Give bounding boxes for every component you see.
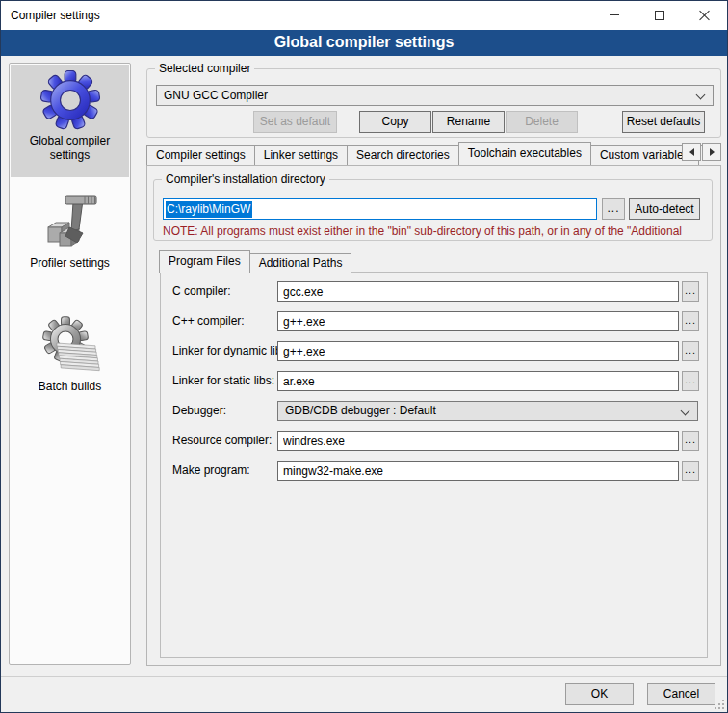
selected-compiler-group-label: Selected compiler [155, 62, 254, 76]
delete-button[interactable]: Delete [506, 111, 578, 133]
field-row-resource-compiler: Resource compiler: ... [161, 431, 707, 451]
sidebar-item-profiler-settings[interactable]: Profiler settings [11, 187, 129, 283]
settings-tab-bar: Compiler settings Linker settings Search… [146, 142, 721, 165]
bin-subdirectory-note: NOTE: All programs must exist either in … [163, 224, 709, 238]
installation-directory-selected-text: C:\raylib\MinGW [166, 201, 252, 218]
installation-directory-input[interactable]: C:\raylib\MinGW [163, 198, 597, 220]
tab-linker-settings[interactable]: Linker settings [255, 145, 348, 165]
sidebar-item-global-compiler-settings[interactable]: Global compiler settings [11, 65, 129, 177]
resource-compiler-label: Resource compiler: [172, 431, 272, 451]
sidebar-item-label: Global compiler settings [11, 132, 129, 169]
caliper-icon [40, 193, 100, 252]
chevron-down-icon [681, 407, 690, 416]
dynamic-linker-label: Linker for dynamic libs: [172, 341, 291, 361]
tab-scroll-right-button[interactable] [702, 143, 721, 161]
compiler-select-value: GNU GCC Compiler [164, 86, 689, 105]
compiler-select[interactable]: GNU GCC Compiler [156, 85, 714, 106]
sidebar-item-label: Batch builds [11, 378, 129, 400]
footer-divider [1, 676, 727, 677]
arrow-left-icon [689, 148, 694, 156]
field-row-debugger: Debugger: GDB/CDB debugger : Default [161, 401, 707, 421]
gear-blue-icon [40, 70, 100, 130]
arrow-right-icon [710, 148, 715, 156]
field-row-dynamic-linker: Linker for dynamic libs: ... [161, 341, 707, 361]
tab-toolchain-executables[interactable]: Toolchain executables [458, 142, 591, 165]
static-linker-input[interactable] [277, 371, 679, 391]
gear-stack-icon [40, 316, 100, 376]
title-bar[interactable]: Compiler settings [1, 1, 727, 30]
make-program-label: Make program: [172, 461, 250, 481]
program-files-panel: C compiler: ... C++ compiler: ... Linker… [160, 272, 708, 658]
ok-button[interactable]: OK [565, 683, 634, 705]
resource-compiler-browse-button[interactable]: ... [682, 431, 699, 451]
debugger-select[interactable]: GDB/CDB debugger : Default [277, 401, 698, 421]
maximize-button[interactable] [637, 1, 682, 29]
field-row-static-linker: Linker for static libs: ... [161, 371, 707, 391]
reset-defaults-button[interactable]: Reset defaults [622, 111, 705, 133]
debugger-label: Debugger: [172, 401, 226, 421]
dynamic-linker-input[interactable] [277, 341, 679, 361]
cancel-button[interactable]: Cancel [647, 683, 715, 705]
cpp-compiler-input[interactable] [277, 311, 679, 331]
close-button[interactable] [682, 1, 727, 29]
tab-search-directories[interactable]: Search directories [348, 145, 459, 165]
subtab-program-files[interactable]: Program Files [159, 250, 250, 273]
installation-directory-browse-button[interactable]: ... [602, 198, 625, 220]
subtab-additional-paths[interactable]: Additional Paths [250, 253, 352, 273]
tab-scroll-left-button[interactable] [682, 143, 701, 161]
static-linker-browse-button[interactable]: ... [682, 371, 699, 391]
sidebar-item-label: Profiler settings [11, 254, 129, 277]
sidebar-item-batch-builds[interactable]: Batch builds [11, 310, 129, 407]
window-title: Compiler settings [11, 1, 100, 30]
page-title: Global compiler settings [1, 30, 727, 56]
field-row-make-program: Make program: ... [161, 461, 707, 481]
make-program-browse-button[interactable]: ... [682, 461, 699, 481]
installation-directory-group: Compiler's installation directory C:\ray… [153, 179, 713, 241]
program-files-tab-bar: Program Files Additional Paths [160, 251, 351, 273]
settings-sidebar: Global compiler settings [9, 63, 131, 665]
set-as-default-button[interactable]: Set as default [253, 111, 337, 133]
tab-compiler-settings[interactable]: Compiler settings [146, 145, 255, 165]
cpp-compiler-browse-button[interactable]: ... [682, 311, 699, 331]
close-icon [699, 10, 710, 20]
rename-button[interactable]: Rename [432, 111, 505, 133]
auto-detect-button[interactable]: Auto-detect [629, 198, 700, 220]
static-linker-label: Linker for static libs: [172, 371, 274, 391]
compiler-settings-dialog: Compiler settings Global compiler settin… [0, 0, 728, 713]
make-program-input[interactable] [277, 461, 679, 481]
field-row-cpp-compiler: C++ compiler: ... [161, 311, 707, 331]
dynamic-linker-browse-button[interactable]: ... [682, 341, 699, 361]
chevron-down-icon [696, 91, 706, 100]
installation-directory-group-label: Compiler's installation directory [162, 172, 329, 187]
c-compiler-label: C compiler: [172, 281, 231, 302]
field-row-c-compiler: C compiler: ... [161, 281, 707, 302]
cpp-compiler-label: C++ compiler: [172, 311, 245, 331]
copy-button[interactable]: Copy [359, 111, 431, 133]
resize-grip[interactable] [715, 700, 724, 709]
selected-compiler-group: Selected compiler GNU GCC Compiler Set a… [146, 68, 721, 138]
c-compiler-input[interactable] [277, 281, 679, 302]
minimize-button[interactable] [591, 1, 637, 29]
maximize-icon [655, 11, 664, 20]
resource-compiler-input[interactable] [277, 431, 679, 451]
minimize-icon [610, 14, 619, 15]
c-compiler-browse-button[interactable]: ... [682, 281, 699, 302]
toolchain-executables-panel: Compiler's installation directory C:\ray… [146, 165, 721, 666]
debugger-select-value: GDB/CDB debugger : Default [285, 402, 674, 420]
